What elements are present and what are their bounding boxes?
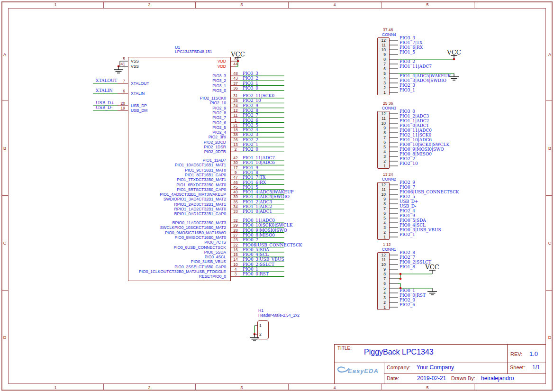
net-label[interactable]: PIO2_1 [400,232,415,237]
connector-value[interactable]: 25 36 [383,101,393,106]
net-label[interactable]: PIO2_8 [400,250,415,255]
net-label[interactable]: PIO1_1|ADC2 [400,119,429,123]
net-label[interactable]: PIO2_3 [243,132,258,137]
net-label[interactable]: PIO2_2 [243,137,258,142]
net-label[interactable]: PIO1_3|ADC4|SWDIO [243,194,290,199]
net-label[interactable]: PIO1_6|RX [400,45,423,50]
net-label[interactable]: PIO1_0|ADC1 [400,123,429,128]
connector-ref[interactable]: CONN1 [382,247,396,252]
ic-value[interactable]: LPC1343FBD48,151 [175,49,212,54]
net-label[interactable]: PIO2_11|SCK0 [243,93,274,98]
net-label[interactable]: PIO0_9|MOSI0|SWO [243,228,287,233]
pin-name: PIO2_3RI [84,135,226,139]
net-label[interactable]: PIO2_9 [400,180,415,185]
net-label[interactable]: PIO0_9|MOSI0|SWO [400,147,444,152]
net-label[interactable]: PIO0_1 [243,267,258,272]
net-label[interactable]: PIO0_11|ADC0 [243,218,275,223]
sheet-title[interactable]: PiggyBack LPC1343 [364,348,434,356]
net-label[interactable]: PIO3_2 [243,76,258,81]
connector-ref[interactable]: CONN3 [382,106,396,110]
net-label[interactable]: PIO0_3|USB_VBUS [243,257,284,262]
net-label[interactable]: PIO1_3|ADC4|SWDIO [400,78,446,83]
net-label[interactable]: PIO0_3|USB_VBUS [400,228,441,232]
net-label[interactable]: PIO3_3 [243,71,258,76]
header-ref[interactable]: H1 [258,308,263,313]
net-label[interactable]: PIO1_10|ADC6 [243,160,275,165]
net-label[interactable]: PIO1_1|ADC2 [243,204,272,209]
net-label[interactable]: PIO0_11|ADC0 [400,128,432,133]
header-value[interactable]: Header-Male-2.54_1x2 [258,313,300,318]
net-label[interactable]: PIO1_8 [243,170,258,175]
net-label[interactable]: PIO1_4|ADC5|WAKEUP [400,73,451,78]
net-label[interactable]: PIO1_5 [400,50,415,55]
connector-ref[interactable]: CONN2 [382,177,396,182]
drawn-by-value[interactable]: heiralejandro [481,375,514,382]
connector-ref[interactable]: CONN4 [382,32,396,37]
date-value[interactable]: 2019-02-21 [417,375,446,382]
net-label[interactable]: PIO0_2|SSLCT [243,262,274,267]
net-label[interactable]: PIO2_11|SCK0 [400,133,431,137]
net-label[interactable]: USB_D- [400,204,416,209]
connector-value[interactable]: 1 12 [383,242,391,247]
net-label[interactable]: PIO3_1 [400,88,415,92]
net-label[interactable]: PIO0_7 [243,237,258,242]
net-label[interactable]: PIO0_1 [400,288,415,293]
net-label[interactable]: PIO2_9 [243,103,258,108]
net-label[interactable]: PIO2_0 [243,147,258,152]
net-label[interactable]: PIO2_10 [243,98,261,103]
net-label[interactable]: PIO3_3 [400,36,415,40]
net-label[interactable]: PIO1_9 [400,213,415,218]
net-label[interactable]: PIO2_3 [400,83,415,88]
net-label[interactable]: PIO0_7 [400,185,415,190]
net-label[interactable]: PIO0_0|RST [243,272,269,276]
net-label[interactable]: PIO0_8|MISO0 [400,152,432,156]
net-label[interactable]: PIO0_5|SDA [243,247,269,252]
net-label[interactable]: PIO1_5 [243,185,258,190]
net-label[interactable]: PIO1_8 [400,264,415,269]
net-label[interactable]: PIO2_4 [243,128,258,132]
net-label[interactable]: PIO1_11|ADC7 [400,64,432,69]
net-label[interactable]: PIO1_10|ADC6 [400,137,432,142]
net-label[interactable]: PIO2_10 [400,161,418,166]
net-label[interactable]: PIO0_4|SCL [243,252,269,257]
net-label[interactable]: PIO3_0 [400,109,415,114]
net-label[interactable]: PIO0_10|SCK0|SWCLK [243,223,292,228]
connector-value[interactable]: 37 48 [383,27,393,32]
net-label[interactable]: PIO1_7|TX [400,40,422,45]
net-label[interactable]: PIO1_9 [243,165,258,170]
net-label[interactable]: USB_D+ [400,199,418,204]
net-label[interactable]: PIO0_0|RST [400,293,426,298]
rev-value[interactable]: 1.0 [529,350,538,357]
net-label[interactable]: PIO3_2 [400,59,415,64]
net-label[interactable]: PIO1_4|ADC5|WAKEUP [243,190,294,194]
net-label[interactable]: PIO2_7 [243,113,258,118]
net-label[interactable]: PIO1_0|ADC1 [243,209,272,214]
net-label[interactable]: PIO2_6 [243,118,258,123]
net-label[interactable]: PIO0_5|SDA [400,218,426,223]
net-label[interactable]: PIO1_2|ADC3 [400,114,429,119]
net-label[interactable]: PIO06|USB_CONNECTSCK [243,243,302,247]
net-label[interactable]: PIO2_1 [243,142,258,147]
net-label[interactable]: PIO2_2 [400,156,415,161]
net-label[interactable]: PIO1_11|ADC7 [243,155,275,160]
net-label[interactable]: PIO1_6|RX [243,180,266,185]
net-label[interactable]: PIO2_0 [400,298,415,302]
net-label[interactable]: PIO0_10|SCK0|SWCLK [400,142,449,147]
net-label[interactable]: PIO1_2|ADC3 [243,200,272,204]
schematic-canvas[interactable]: TITLE: PiggyBack LPC1343 REV: 1.0 Compan… [0,0,554,392]
net-label[interactable]: PIO1_7|TX [243,175,265,180]
connector-value[interactable]: 13 24 [383,172,393,177]
net-label[interactable]: PIO2_5 [400,194,415,199]
net-label[interactable]: PIO0_8|MISO0 [243,233,275,237]
net-label[interactable]: PIO2_5 [243,123,258,128]
sheet-value[interactable]: 1/1 [532,364,540,371]
net-label[interactable]: PIO2_6 [400,302,415,307]
net-label[interactable]: PIO2_4 [400,209,415,213]
net-label[interactable]: PIO3_1 [243,81,258,86]
company-value[interactable]: Your Company [417,364,454,371]
net-label[interactable]: PIO0_4|SCL [400,223,426,228]
net-label[interactable]: PIO06|USB_CONNECTSCK [400,190,459,194]
net-label[interactable]: PIO2_8 [243,108,258,113]
net-label[interactable]: PIO2_7 [400,255,415,260]
net-label[interactable]: PIO3_0 [243,86,258,91]
